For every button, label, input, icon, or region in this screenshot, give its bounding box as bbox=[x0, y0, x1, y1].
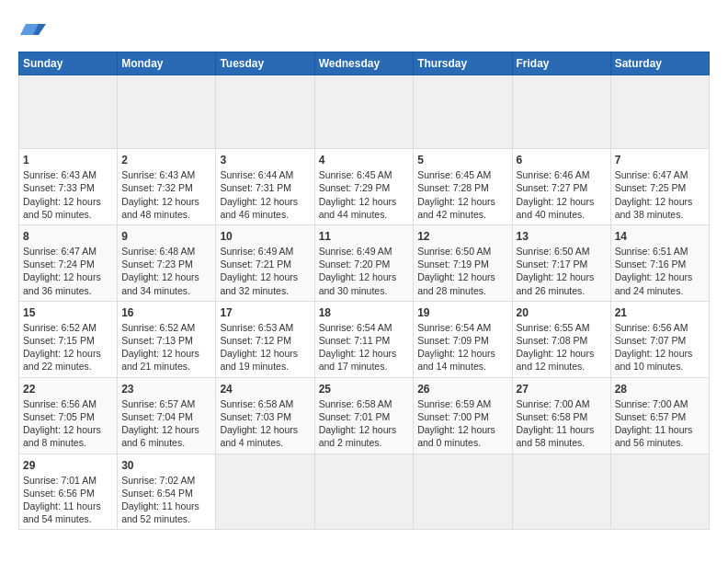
day-info: Sunset: 7:21 PM bbox=[220, 258, 310, 270]
day-info: Sunset: 7:00 PM bbox=[417, 410, 507, 423]
day-info: Sunrise: 6:45 AM bbox=[417, 168, 507, 181]
calendar-cell: 25Sunrise: 6:58 AMSunset: 7:01 PMDayligh… bbox=[314, 377, 414, 454]
day-info: Sunset: 7:33 PM bbox=[23, 181, 113, 194]
day-info: and 30 minutes. bbox=[319, 284, 410, 297]
day-info: Daylight: 11 hours bbox=[517, 423, 607, 436]
day-number: 12 bbox=[417, 229, 507, 244]
day-number: 29 bbox=[23, 458, 113, 473]
day-info: and 44 minutes. bbox=[319, 208, 410, 221]
day-info: Daylight: 12 hours bbox=[615, 270, 705, 283]
day-info: Sunset: 7:29 PM bbox=[319, 181, 410, 194]
calendar-cell: 14Sunrise: 6:51 AMSunset: 7:16 PMDayligh… bbox=[610, 224, 709, 301]
day-info: Sunset: 6:56 PM bbox=[23, 487, 113, 500]
calendar-cell: 30Sunrise: 7:02 AMSunset: 6:54 PMDayligh… bbox=[118, 454, 216, 530]
day-info: Sunrise: 6:56 AM bbox=[23, 397, 113, 410]
day-info: Sunrise: 6:43 AM bbox=[121, 168, 211, 181]
day-info: Sunrise: 6:54 AM bbox=[417, 321, 507, 334]
day-number: 14 bbox=[615, 229, 705, 244]
day-number: 28 bbox=[615, 382, 705, 396]
day-number: 8 bbox=[23, 229, 113, 244]
day-info: and 0 minutes. bbox=[417, 436, 507, 449]
calendar-week-row: 8Sunrise: 6:47 AMSunset: 7:24 PMDaylight… bbox=[19, 224, 710, 301]
day-number: 13 bbox=[517, 229, 607, 244]
day-info: Sunset: 6:57 PM bbox=[615, 410, 705, 423]
day-number: 10 bbox=[220, 229, 310, 244]
calendar-cell: 7Sunrise: 6:47 AMSunset: 7:25 PMDaylight… bbox=[610, 149, 709, 225]
day-info: Daylight: 12 hours bbox=[220, 195, 310, 208]
day-info: Daylight: 12 hours bbox=[121, 423, 211, 436]
day-info: Sunrise: 6:50 AM bbox=[517, 245, 607, 258]
calendar-cell bbox=[610, 454, 709, 530]
day-header-thursday: Thursday bbox=[414, 52, 512, 75]
day-info: Daylight: 12 hours bbox=[319, 270, 410, 283]
day-info: Daylight: 11 hours bbox=[615, 423, 705, 436]
day-info: Sunrise: 6:45 AM bbox=[319, 168, 410, 181]
calendar-cell: 4Sunrise: 6:45 AMSunset: 7:29 PMDaylight… bbox=[314, 149, 414, 225]
calendar-cell: 28Sunrise: 7:00 AMSunset: 6:57 PMDayligh… bbox=[610, 377, 709, 454]
logo-icon bbox=[20, 15, 46, 40]
day-info: and 32 minutes. bbox=[220, 284, 310, 297]
calendar-cell: 9Sunrise: 6:48 AMSunset: 7:23 PMDaylight… bbox=[118, 224, 216, 301]
day-info: Sunrise: 7:02 AM bbox=[121, 474, 211, 487]
day-number: 9 bbox=[121, 229, 211, 244]
day-info: and 12 minutes. bbox=[517, 360, 607, 373]
day-info: and 8 minutes. bbox=[23, 436, 113, 449]
day-info: Sunrise: 6:53 AM bbox=[220, 321, 310, 334]
day-number: 16 bbox=[121, 305, 211, 320]
day-info: and 28 minutes. bbox=[417, 284, 507, 297]
day-header-saturday: Saturday bbox=[610, 52, 709, 75]
day-info: Sunrise: 6:44 AM bbox=[220, 168, 310, 181]
day-info: and 21 minutes. bbox=[121, 360, 211, 373]
day-number: 20 bbox=[517, 305, 607, 320]
day-info: Sunrise: 6:46 AM bbox=[517, 168, 607, 181]
calendar-cell bbox=[216, 454, 314, 530]
calendar-cell bbox=[414, 75, 512, 149]
day-info: Daylight: 12 hours bbox=[517, 347, 607, 360]
calendar-cell bbox=[314, 75, 414, 149]
page-container: SundayMondayTuesdayWednesdayThursdayFrid… bbox=[0, 0, 728, 541]
day-number: 30 bbox=[121, 458, 211, 473]
day-number: 17 bbox=[220, 305, 310, 320]
day-info: and 14 minutes. bbox=[417, 360, 507, 373]
day-number: 15 bbox=[23, 305, 113, 320]
calendar-cell bbox=[216, 75, 314, 149]
calendar-cell bbox=[314, 454, 414, 530]
day-info: Daylight: 12 hours bbox=[121, 195, 211, 208]
day-info: Sunset: 7:11 PM bbox=[319, 334, 410, 347]
day-info: Daylight: 12 hours bbox=[220, 270, 310, 283]
day-info: and 22 minutes. bbox=[23, 360, 113, 373]
day-info: Sunset: 7:16 PM bbox=[615, 258, 705, 270]
calendar-cell: 20Sunrise: 6:55 AMSunset: 7:08 PMDayligh… bbox=[512, 301, 610, 377]
day-info: Sunset: 7:12 PM bbox=[220, 334, 310, 347]
day-number: 2 bbox=[121, 153, 211, 167]
day-info: Daylight: 11 hours bbox=[23, 500, 113, 512]
calendar-cell bbox=[512, 454, 610, 530]
day-info: Sunset: 6:58 PM bbox=[517, 410, 607, 423]
calendar-cell: 3Sunrise: 6:44 AMSunset: 7:31 PMDaylight… bbox=[216, 149, 314, 225]
day-info: Sunset: 7:15 PM bbox=[23, 334, 113, 347]
day-info: and 52 minutes. bbox=[121, 512, 211, 525]
day-info: and 6 minutes. bbox=[121, 436, 211, 449]
calendar-cell bbox=[512, 75, 610, 149]
day-info: Sunrise: 6:52 AM bbox=[23, 321, 113, 334]
day-number: 7 bbox=[615, 153, 705, 167]
day-info: Daylight: 12 hours bbox=[220, 423, 310, 436]
day-info: Sunset: 6:54 PM bbox=[121, 487, 211, 500]
day-info: Sunrise: 6:57 AM bbox=[121, 397, 211, 410]
day-info: and 26 minutes. bbox=[517, 284, 607, 297]
calendar-cell: 2Sunrise: 6:43 AMSunset: 7:32 PMDaylight… bbox=[118, 149, 216, 225]
day-info: Daylight: 12 hours bbox=[417, 195, 507, 208]
day-info: Sunset: 7:04 PM bbox=[121, 410, 211, 423]
header bbox=[18, 15, 710, 40]
day-info: Daylight: 12 hours bbox=[517, 195, 607, 208]
day-header-friday: Friday bbox=[512, 52, 610, 75]
calendar-cell bbox=[610, 75, 709, 149]
day-header-monday: Monday bbox=[118, 52, 216, 75]
calendar-week-row: 15Sunrise: 6:52 AMSunset: 7:15 PMDayligh… bbox=[19, 301, 710, 377]
day-info: Daylight: 12 hours bbox=[417, 423, 507, 436]
day-info: Daylight: 12 hours bbox=[121, 347, 211, 360]
day-number: 6 bbox=[517, 153, 607, 167]
calendar-cell: 29Sunrise: 7:01 AMSunset: 6:56 PMDayligh… bbox=[19, 454, 118, 530]
day-info: and 2 minutes. bbox=[319, 436, 410, 449]
day-number: 11 bbox=[319, 229, 410, 244]
